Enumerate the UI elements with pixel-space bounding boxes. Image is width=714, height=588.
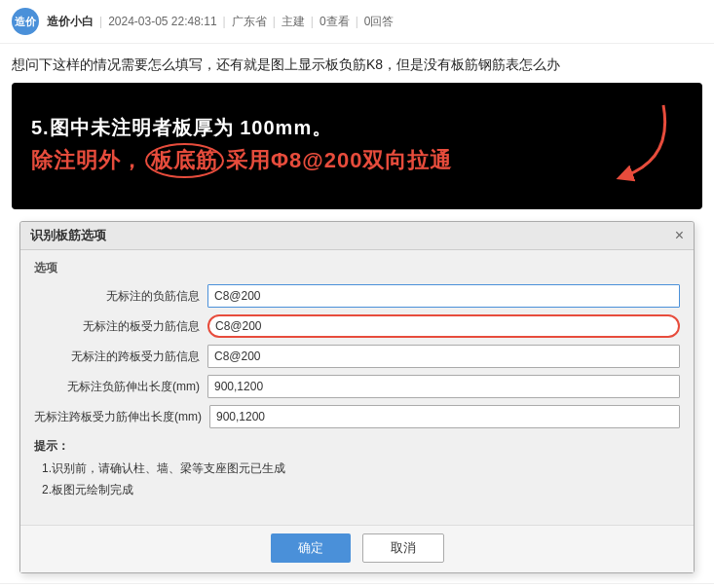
dialog: 识别板筋选项 × 选项 无标注的负筋信息 无标注的板受力筋信息 无标注的跨板受力… — [19, 221, 695, 572]
form-label-3: 无标注负筋伸出长度(mm) — [34, 379, 200, 395]
form-row-1: 无标注的板受力筋信息 — [34, 314, 680, 338]
form-input-2[interactable] — [207, 345, 680, 368]
image-line2-highlight: 板底筋 — [145, 143, 224, 178]
form-row-4: 无标注跨板受力筋伸出长度(mm) — [34, 405, 680, 428]
hint-item-1: 2.板图元绘制完成 — [34, 480, 680, 501]
image-text: 5.图中未注明者板厚为 100mm。 除注明外，板底筋采用Φ8@200双向拉通 — [31, 115, 452, 178]
bottom-bar: 2012.6 — [0, 583, 714, 588]
form-input-4[interactable] — [209, 405, 680, 428]
form-label-4: 无标注跨板受力筋伸出长度(mm) — [34, 409, 202, 425]
avatar: 造价 — [12, 8, 39, 35]
dialog-footer: 确定 取消 — [20, 525, 694, 572]
form-label-1: 无标注的板受力筋信息 — [34, 318, 200, 335]
answers: 0回答 — [364, 14, 395, 30]
hint-title: 提示： — [34, 438, 680, 455]
image-line1: 5.图中未注明者板厚为 100mm。 — [31, 115, 452, 141]
image-area: 5.图中未注明者板厚为 100mm。 除注明外，板底筋采用Φ8@200双向拉通 — [12, 83, 702, 209]
username: 造价小白 — [47, 14, 94, 30]
form-input-1[interactable] — [207, 314, 680, 338]
region: 广东省 — [232, 14, 267, 30]
dialog-body: 选项 无标注的负筋信息 无标注的板受力筋信息 无标注的跨板受力筋信息 无标注负筋… — [20, 250, 694, 524]
form-label-0: 无标注的负筋信息 — [34, 288, 200, 305]
image-line2: 除注明外，板底筋采用Φ8@200双向拉通 — [31, 143, 452, 178]
dialog-close-button[interactable]: × — [675, 228, 684, 243]
image-line2-prefix: 除注明外， — [31, 146, 143, 175]
arrow-area — [595, 100, 673, 188]
image-line2-suffix: 采用Φ8@200双向拉通 — [226, 146, 452, 175]
dialog-title: 识别板筋选项 — [30, 227, 106, 244]
dialog-titlebar: 识别板筋选项 × — [20, 222, 694, 250]
cancel-button[interactable]: 取消 — [362, 533, 444, 563]
form-row-2: 无标注的跨板受力筋信息 — [34, 345, 680, 368]
datetime: 2024-03-05 22:48:11 — [108, 15, 216, 28]
form-label-2: 无标注的跨板受力筋信息 — [34, 349, 200, 365]
section-label: 选项 — [34, 260, 680, 276]
form-input-0[interactable] — [207, 284, 680, 308]
form-row-3: 无标注负筋伸出长度(mm) — [34, 375, 680, 398]
arrow-icon — [595, 100, 673, 188]
form-input-3[interactable] — [207, 375, 680, 398]
views: 0查看 — [319, 14, 350, 30]
post-header: 造价 造价小白 | 2024-03-05 22:48:11 | 广东省 | 主建… — [0, 0, 714, 44]
question-text: 想问下这样的情况需要怎么填写，还有就是图上显示板负筋K8，但是没有板筋钢筋表怎么… — [0, 44, 714, 83]
hint-section: 提示： 1.识别前，请确认柱、墙、梁等支座图元已生成 2.板图元绘制完成 — [34, 438, 680, 500]
confirm-button[interactable]: 确定 — [271, 533, 351, 563]
hint-item-0: 1.识别前，请确认柱、墙、梁等支座图元已生成 — [34, 459, 680, 480]
form-row-0: 无标注的负筋信息 — [34, 284, 680, 308]
post-meta: 造价小白 | 2024-03-05 22:48:11 | 广东省 | 主建 | … — [47, 14, 394, 30]
avatar-text: 造价 — [15, 15, 36, 29]
role: 主建 — [282, 14, 305, 30]
